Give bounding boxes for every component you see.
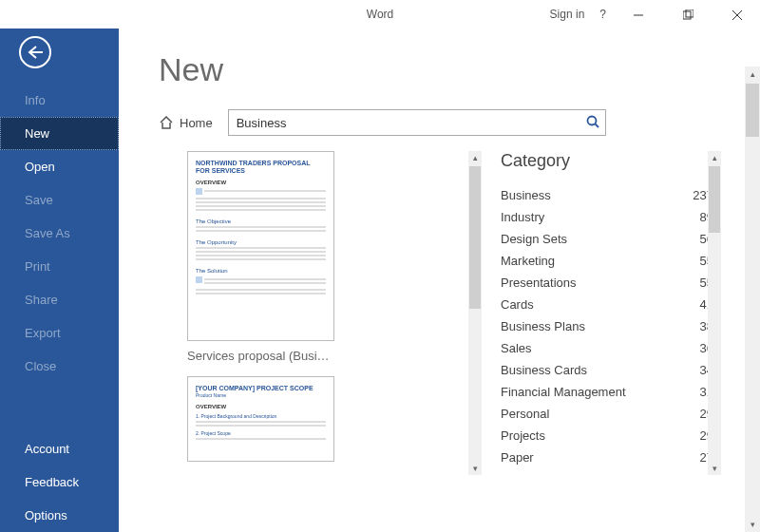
template-thumbnail: NORTHWIND TRADERS PROPOSAL FOR SERVICES …: [187, 151, 334, 341]
home-label: Home: [180, 116, 213, 130]
category-row[interactable]: Business Plans38: [501, 315, 717, 337]
sidebar-item-export[interactable]: Export: [0, 316, 119, 350]
category-row[interactable]: Business Cards34: [501, 359, 717, 381]
scroll-up-icon[interactable]: ▴: [708, 151, 721, 164]
category-row[interactable]: Presentations55: [501, 272, 717, 294]
category-list: Business237 Industry89 Design Sets56 Mar…: [501, 184, 717, 468]
scroll-thumb[interactable]: [469, 166, 481, 309]
scroll-up-icon[interactable]: ▴: [745, 66, 760, 82]
minimize-button[interactable]: [621, 0, 656, 28]
scroll-down-icon[interactable]: ▾: [468, 462, 482, 475]
sidebar-item-print[interactable]: Print: [0, 250, 119, 283]
home-link[interactable]: Home: [159, 116, 213, 130]
sidebar-item-options[interactable]: Options: [0, 499, 119, 532]
content-area: New Home NORTHWIND TRADERS PROPOSAL FOR …: [119, 28, 760, 532]
sidebar-item-open[interactable]: Open: [0, 150, 119, 183]
category-row[interactable]: Cards41: [501, 294, 717, 315]
arrow-left-icon: [28, 46, 43, 59]
close-button[interactable]: [720, 0, 754, 28]
category-row[interactable]: Paper27: [501, 446, 717, 468]
close-icon: [732, 10, 742, 20]
scroll-down-icon[interactable]: ▾: [745, 517, 760, 532]
minimize-icon: [634, 10, 643, 20]
scroll-down-icon[interactable]: ▾: [708, 462, 721, 475]
sidebar-item-close[interactable]: Close: [0, 350, 119, 383]
maximize-icon: [683, 10, 694, 20]
page-title: New: [159, 51, 743, 88]
sidebar-item-feedback[interactable]: Feedback: [0, 466, 119, 499]
search-box[interactable]: [228, 109, 606, 136]
category-heading: Category: [501, 151, 717, 171]
category-row[interactable]: Design Sets56: [501, 228, 717, 250]
templates-scrollbar[interactable]: ▴ ▾: [468, 151, 482, 475]
category-row[interactable]: Industry89: [501, 206, 717, 228]
scroll-thumb[interactable]: [746, 84, 759, 137]
category-row[interactable]: Marketing55: [501, 250, 717, 272]
svg-rect-1: [683, 11, 691, 19]
sidebar-item-saveas[interactable]: Save As: [0, 217, 119, 250]
scroll-up-icon[interactable]: ▴: [468, 151, 482, 164]
help-button[interactable]: ?: [599, 8, 606, 21]
template-item[interactable]: [YOUR COMPANY] PROJECT SCOPE Product Nam…: [187, 376, 334, 462]
template-item[interactable]: NORTHWIND TRADERS PROPOSAL FOR SERVICES …: [187, 151, 334, 363]
template-label: Services proposal (Busi…: [187, 349, 334, 363]
backstage-sidebar: Info New Open Save Save As Print Share E…: [0, 28, 119, 532]
search-input[interactable]: [237, 116, 586, 130]
sidebar-item-save[interactable]: Save: [0, 183, 119, 217]
category-panel: Category Business237 Industry89 Design S…: [501, 151, 717, 475]
template-thumbnail: [YOUR COMPANY] PROJECT SCOPE Product Nam…: [187, 376, 334, 462]
svg-line-6: [595, 124, 598, 127]
template-results: NORTHWIND TRADERS PROPOSAL FOR SERVICES …: [159, 151, 482, 475]
svg-rect-2: [686, 10, 694, 17]
category-row[interactable]: Business237: [501, 184, 717, 206]
back-button[interactable]: [19, 36, 51, 68]
category-row[interactable]: Sales36: [501, 337, 717, 359]
home-icon: [159, 116, 174, 129]
app-title: Word: [367, 8, 393, 21]
category-scrollbar[interactable]: ▴ ▾: [708, 151, 721, 475]
category-row[interactable]: Personal29: [501, 403, 717, 425]
sidebar-item-info[interactable]: Info: [0, 84, 119, 117]
maximize-button[interactable]: [671, 0, 705, 28]
search-icon[interactable]: [586, 115, 599, 131]
title-bar: Word Sign in ?: [0, 0, 760, 28]
sidebar-item-account[interactable]: Account: [0, 432, 119, 466]
scroll-thumb[interactable]: [709, 166, 720, 233]
content-scrollbar[interactable]: ▴ ▾: [745, 66, 760, 532]
sidebar-item-share[interactable]: Share: [0, 283, 119, 316]
category-row[interactable]: Financial Management31: [501, 381, 717, 403]
svg-point-5: [587, 116, 596, 124]
category-row[interactable]: Projects29: [501, 425, 717, 446]
sign-in-link[interactable]: Sign in: [550, 8, 585, 21]
sidebar-item-new[interactable]: New: [0, 117, 119, 150]
